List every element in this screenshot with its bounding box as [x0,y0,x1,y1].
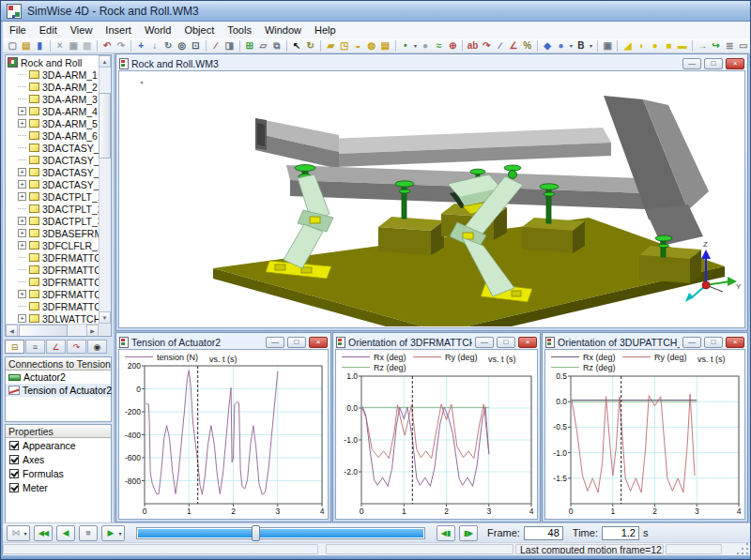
list-tab[interactable]: ≡ [25,340,45,354]
trace-tab[interactable]: ↷ [67,340,86,354]
tree-root-item[interactable]: Rock and Roll [6,56,99,68]
menu-file[interactable]: File [3,23,33,38]
tree-item-3dactasy_3/3dc[interactable]: 3DACTASY_3/3DC [6,154,99,166]
note-icon[interactable]: ▭ [736,39,750,53]
close-button[interactable]: × [309,337,328,348]
select-icon[interactable]: ↖ [290,39,304,53]
title-bar[interactable]: SimWise 4D - Rock and Roll.WM3 [1,1,751,22]
checkbox-appearance[interactable] [9,441,19,450]
expand-icon[interactable]: + [18,180,26,189]
scroll-up-icon[interactable]: ▲ [99,55,111,68]
frame-back-button[interactable]: ◀▮ [437,525,455,541]
chart-title-bar[interactable]: Tension of Actuator2 — □ × [118,335,329,349]
path-icon[interactable]: ↪ [709,39,723,53]
cut-icon[interactable]: × [54,39,68,53]
expand-icon[interactable]: + [18,241,26,250]
viewport-title-bar[interactable]: Rock and Roll.WM3 — □ × [118,56,745,70]
solid-curve-icon[interactable]: ◗ [635,39,649,53]
expand-icon[interactable]: + [18,314,26,323]
frame-slider-thumb[interactable] [252,525,260,541]
tree-item-3dfrmattch_2[interactable]: 3DFRMATTCH_2 [6,264,99,276]
save-icon[interactable]: ▮ [33,39,47,53]
open-icon[interactable]: ▤ [20,39,34,53]
body-pull-icon[interactable]: ◳ [338,39,352,53]
resize-grip[interactable] [737,543,750,555]
tree-item-3dactplt_3[interactable]: +3DACTPLT_3 [6,215,99,227]
scroll-left-icon[interactable]: ◀ [6,325,18,337]
menu-window[interactable]: Window [258,23,308,38]
camera-icon[interactable]: ◨ [222,39,237,53]
menu-help[interactable]: Help [308,23,343,38]
maximize-button[interactable]: □ [497,337,515,348]
meter-tab[interactable]: ∠ [46,340,66,354]
rewind-button[interactable]: ◀◀ [34,525,53,541]
scroll-down-icon[interactable]: ▼ [99,311,111,324]
lock-icon[interactable]: ◆ [541,39,555,53]
lasso-icon[interactable]: ▱ [256,39,270,53]
hierarchy-tab[interactable]: ⊟ [5,340,24,354]
format-icon[interactable]: ▣ [601,39,615,53]
tree-item-3dactplt_2[interactable]: 3DACTPLT_2 [6,203,99,215]
solid-box-icon[interactable]: ■ [662,39,676,53]
tree-item-3dactasy_4/3dc[interactable]: +3DACTASY_4/3DC [6,178,99,190]
zoom-icon[interactable]: ◎ [176,39,190,53]
tree-horizontal-scrollbar[interactable]: ◀ ▶ [6,324,99,336]
tree-hscroll-thumb[interactable] [19,325,68,337]
tree-item-3dfrmattch_5[interactable]: 3DFRMATTCH_5 [6,300,99,312]
dropdown-caret-icon[interactable]: ▾ [412,42,419,49]
rotate-body-icon[interactable]: ↻ [304,39,318,53]
rotate-view-icon[interactable]: ↻ [161,39,176,53]
close-button[interactable]: × [518,337,537,348]
paste-icon[interactable]: ▦ [81,39,95,53]
tree-item-3da-arm_5[interactable]: +3DA-ARM_5 [6,117,99,129]
text-icon[interactable]: ab [466,39,480,53]
tree-item-3da-arm_2[interactable]: 3DA-ARM_2 [6,81,99,93]
redo-icon[interactable]: ↷ [115,39,129,53]
tree-item-3da-arm_1[interactable]: 3DA-ARM_1 [6,68,99,81]
minimize-button[interactable]: — [475,337,494,348]
chart-title-bar[interactable]: Orientation of 3DFRMATTCH_5 — □ × [335,335,538,349]
menu-edit[interactable]: Edit [33,23,64,38]
spring-icon[interactable]: ≈ [432,39,446,53]
drag-icon[interactable]: ↓ [148,39,162,53]
meter-button-icon[interactable]: B [575,39,589,53]
tree-item-3da-arm_4[interactable]: +3DA-ARM_4 [6,105,99,117]
dropdown-caret-icon[interactable]: ▾ [568,42,575,49]
tree-item-3dfrmattch_3[interactable]: 3DFRMATTCH_3 [6,276,99,288]
menu-tools[interactable]: Tools [221,23,258,38]
tree-item-3dbasefrm_1[interactable]: +3DBASEFRM_1 [6,227,99,239]
point-icon[interactable]: • [399,39,413,53]
run-icon[interactable]: → [696,39,710,53]
close-button[interactable]: × [726,58,744,69]
undo-icon[interactable]: ↶ [100,39,115,53]
move-icon[interactable]: + [134,39,148,53]
grid-icon[interactable]: ⊞ [243,39,257,53]
frame-input[interactable] [524,526,563,540]
expand-icon[interactable]: + [18,229,26,237]
menu-object[interactable]: Object [177,23,221,38]
gauge-icon[interactable]: ≣ [723,39,737,53]
step-back-button[interactable]: ◀ [56,525,75,541]
checkbox-meter[interactable] [9,483,19,492]
chart-title-bar[interactable]: Orientation of 3DUPATTCH_5 — □ × [544,335,745,349]
motor-tab[interactable]: ◉ [87,340,107,354]
solid-wedge-icon[interactable]: ◢ [621,39,635,53]
tree-item-3dfrmattch_1[interactable]: 3DFRMATTCH_1 [6,251,99,264]
slot-icon[interactable]: ∕ [493,39,507,53]
expand-icon[interactable]: + [18,119,26,128]
solid-slab-icon[interactable]: ▬ [675,39,689,53]
trace-icon[interactable]: ↷ [480,39,494,53]
dropdown-caret-icon[interactable]: ▾ [116,525,125,541]
menu-insert[interactable]: Insert [99,23,138,38]
minimize-button[interactable]: — [682,58,701,69]
close-button[interactable]: × [726,337,744,348]
minimize-button[interactable]: — [682,337,701,348]
copy-icon[interactable]: ▣ [67,39,81,53]
tree-item-3dfclflr_1[interactable]: +3DFCLFLR_1 [6,239,99,251]
tree-item-3dactasy_3/3da[interactable]: 3DACTASY_3/3DA [6,142,99,154]
minimize-button[interactable]: — [266,337,284,348]
tree-item-3da-arm_6[interactable]: 3DA-ARM_6 [6,129,99,142]
body-plate-icon[interactable]: ▤ [378,39,392,53]
expand-icon[interactable]: + [18,168,26,176]
linkage-icon[interactable]: % [520,39,534,53]
